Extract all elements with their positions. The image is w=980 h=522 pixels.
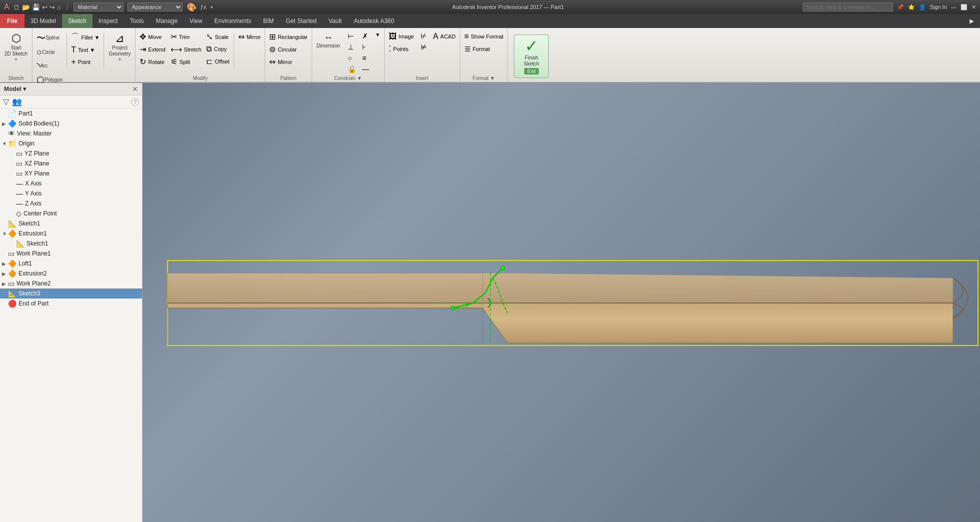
constrain-7[interactable]: —	[360, 64, 371, 74]
tree-item-sketch1-top[interactable]: 📐 Sketch1	[0, 218, 142, 228]
user-icon[interactable]: 👤	[919, 4, 926, 10]
acad-button[interactable]: A ACAD	[431, 31, 457, 42]
tree-item-xz-plane[interactable]: ▭ XZ Plane	[0, 158, 142, 168]
open-icon[interactable]: 📂	[22, 4, 30, 11]
project-geometry-button[interactable]: ⊿ ProjectGeometry ▼	[106, 31, 133, 64]
extend-button[interactable]: ⇥ Extend	[138, 44, 167, 55]
tree-item-extrusion2[interactable]: ▶ 🔶 Extrusion2	[0, 268, 142, 278]
viewport[interactable]	[143, 83, 980, 522]
tree-item-y-axis[interactable]: — Y Axis	[0, 188, 142, 198]
sketch-list[interactable]: ▼	[373, 31, 382, 38]
text-button[interactable]: T Text ▼	[69, 44, 102, 56]
constrain-1[interactable]: ⊢	[346, 31, 358, 41]
restore-icon[interactable]: ⬜	[960, 4, 967, 10]
menu-3d-model[interactable]: 3D Model	[25, 14, 62, 28]
filter-icon[interactable]: ▽	[3, 97, 9, 106]
menu-inspect[interactable]: Inspect	[93, 14, 124, 28]
menu-get-started[interactable]: Get Started	[280, 14, 322, 28]
start-sketch-button[interactable]: ⬡ Start2D Sketch ▼	[2, 31, 30, 64]
menu-environments[interactable]: Environments	[209, 14, 257, 28]
tree-item-work-plane1[interactable]: ▭ Work Plane1	[0, 248, 142, 258]
copy-button[interactable]: ⧉ Copy	[204, 44, 231, 54]
menu-tools[interactable]: Tools	[124, 14, 150, 28]
redo-icon[interactable]: ↪	[50, 4, 55, 11]
minimize-icon[interactable]: —	[951, 4, 956, 10]
tree-item-sketch1-inner[interactable]: 📐 Sketch1	[0, 238, 142, 248]
dimension-button[interactable]: ↔ Dimension	[314, 31, 343, 51]
tree-item-view-master[interactable]: 👁 View: Master	[0, 128, 142, 138]
menu-a360[interactable]: Autodesk A360	[348, 14, 400, 28]
circle-button[interactable]: ○ Circle	[35, 46, 65, 58]
close-icon[interactable]: ✕	[971, 4, 976, 10]
constrain-6[interactable]: ≡	[360, 53, 371, 63]
save-icon[interactable]: 💾	[32, 4, 40, 11]
sidebar-close-button[interactable]: ✕	[132, 85, 138, 93]
search-tree-icon[interactable]: 👥	[12, 97, 22, 106]
constrain-lock[interactable]: 🔒	[346, 64, 358, 74]
offset-button[interactable]: ⊏ Offset	[204, 56, 231, 67]
new-icon[interactable]: 🗋	[14, 4, 20, 11]
mirror-button[interactable]: ⇔ Mirror	[236, 31, 263, 42]
tree-item-end-of-part[interactable]: 🔴 End of Part	[0, 298, 142, 308]
constrain-4[interactable]: ✗	[360, 31, 371, 41]
circular-pattern-button[interactable]: ⊚ Circular	[267, 44, 309, 55]
constrain-5[interactable]: ⊦	[360, 42, 371, 52]
show-format-button[interactable]: ≡ Show Format	[462, 31, 506, 42]
points-button[interactable]: ⁚ Points	[387, 43, 416, 54]
menu-bim[interactable]: BIM	[257, 14, 280, 28]
menu-video[interactable]: ▶	[963, 14, 980, 28]
tree-item-extrusion1[interactable]: ▼ 🔶 Extrusion1	[0, 228, 142, 238]
expand-icon[interactable]: +	[210, 4, 213, 10]
arc-button[interactable]: ◝ Arc	[35, 60, 65, 72]
trim-button[interactable]: ✂ Trim	[169, 31, 204, 42]
stretch-button[interactable]: ⟷ Stretch	[169, 44, 204, 55]
insert-constraint-2[interactable]: ⊭	[419, 42, 429, 52]
menu-view[interactable]: View	[184, 14, 209, 28]
start-sketch-arrow[interactable]: ▼	[14, 57, 19, 62]
tree-item-work-plane2[interactable]: ▶ ▭ Work Plane2	[0, 278, 142, 288]
tree-item-origin[interactable]: ▼ 📁 Origin	[0, 138, 142, 148]
project-geometry-arrow[interactable]: ▼	[118, 57, 122, 62]
insert-constraint-1[interactable]: ⊬	[419, 31, 429, 41]
tree-item-center-point[interactable]: ◇ Center Point	[0, 208, 142, 218]
constrain-2[interactable]: ⊥	[346, 42, 358, 52]
menu-sketch[interactable]: Sketch	[62, 14, 93, 28]
sidebar-help-icon[interactable]: ?	[131, 98, 139, 106]
rectangular-button[interactable]: ⊞ Rectangular	[267, 31, 309, 42]
menu-vault[interactable]: Vault	[323, 14, 348, 28]
constrain-3[interactable]: ○	[346, 53, 358, 63]
split-button[interactable]: ⚟ Split	[169, 56, 204, 68]
viewport-canvas[interactable]	[143, 83, 980, 522]
tree-item-yz-plane[interactable]: ▭ YZ Plane	[0, 148, 142, 158]
tree-item-xy-plane[interactable]: ▭ XY Plane	[0, 168, 142, 178]
format-button[interactable]: ≣ Format	[462, 43, 506, 54]
menu-manage[interactable]: Manage	[150, 14, 183, 28]
pattern-mirror-button[interactable]: ⇔ Mirror	[267, 56, 309, 68]
undo-icon[interactable]: ↩	[42, 4, 48, 11]
tree-item-x-axis[interactable]: — X Axis	[0, 178, 142, 188]
sign-in-button[interactable]: Sign In	[930, 4, 947, 10]
tree-item-loft1[interactable]: ▶ 🔶 Loft1	[0, 258, 142, 268]
constrain-group-label: Constrain ▼	[314, 76, 382, 82]
tree-item-part1[interactable]: 📄 Part1	[0, 108, 142, 118]
pin-icon[interactable]: 📌	[897, 4, 904, 10]
home-icon[interactable]: ⌂	[57, 4, 61, 11]
search-input[interactable]	[803, 2, 893, 12]
appearance-dropdown[interactable]: Appearance	[128, 2, 183, 12]
move-button[interactable]: ✥ Move	[138, 31, 167, 42]
spline-button[interactable]: 〜 Spline	[35, 31, 65, 45]
tree-item-z-axis[interactable]: — Z Axis	[0, 198, 142, 208]
star-icon[interactable]: ⭐	[908, 4, 915, 10]
fx-icon[interactable]: ƒx	[201, 4, 207, 10]
menu-file[interactable]: File	[0, 14, 25, 28]
scale-button[interactable]: ⤡ Scale	[204, 31, 231, 42]
rotate-button[interactable]: ↻ Rotate	[138, 56, 167, 68]
finish-sketch-button[interactable]: ✓ Finish Sketch Exit	[514, 34, 549, 78]
tree-item-solid-bodies[interactable]: ▶ 🔷 Solid Bodies(1)	[0, 118, 142, 128]
color-picker-icon[interactable]: 🎨	[187, 2, 197, 12]
material-dropdown[interactable]: Material	[74, 2, 124, 12]
image-button[interactable]: 🖼 Image	[387, 31, 416, 42]
point-button[interactable]: + Point	[69, 56, 102, 68]
tree-item-sketch3[interactable]: 📐 Sketch3	[0, 288, 142, 298]
fillet-button[interactable]: ⌒ Fillet ▼	[69, 31, 102, 44]
